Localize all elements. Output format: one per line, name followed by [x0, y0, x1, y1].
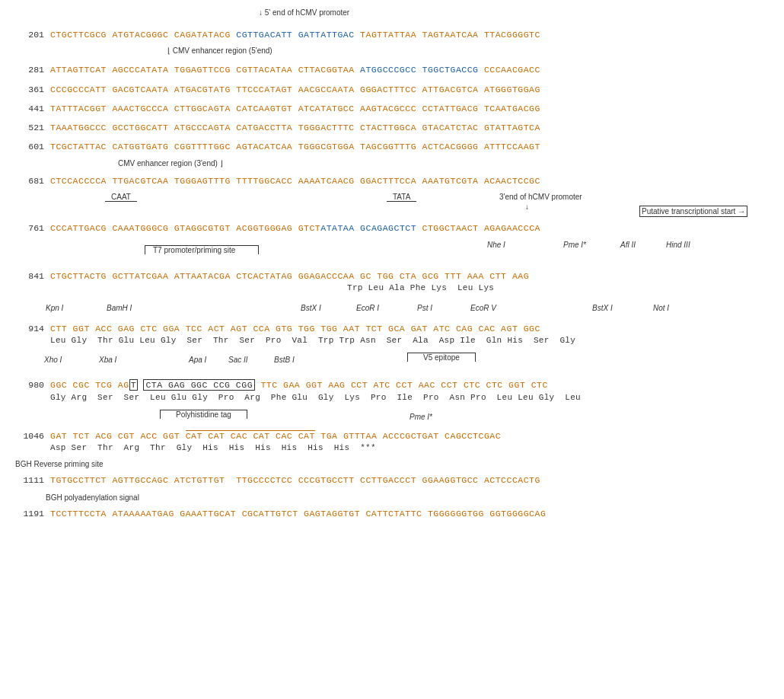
seq-row-980: 980 GGC CGC TCG AGT CTA GAG GGC CCG CGG …	[15, 378, 769, 391]
anno-pmei-1046: Pme I*	[410, 413, 432, 421]
anno-aflii: Afl II	[620, 241, 636, 249]
line-num-681: 681	[15, 174, 44, 187]
anno-ecori: EcoR I	[356, 304, 379, 312]
seq-block-601: 601 TCGCTATTAC CATGGTGATG CGGTTTTGGC AGT…	[15, 140, 769, 153]
line-num-1111: 1111	[15, 474, 44, 487]
anno-caat: CAAT	[105, 192, 137, 202]
seq-row-601: 601 TCGCTATTAC CATGGTGATG CGGTTTTGGC AGT…	[15, 140, 769, 153]
seq-row-914: 914 CTT GGT ACC GAG CTC GGA TCC ACT AGT …	[15, 322, 769, 335]
seq-841: CTGCTTACTG GCTTATCGAA ATTAATACGA CTCACTA…	[50, 270, 529, 282]
trans-1046: Asp Ser Thr Arg Thr Gly His His His His …	[15, 442, 769, 454]
anno-3end-hcmv: 3'end of hCMV promoter	[499, 192, 582, 202]
anno-sacii: Sac II	[228, 356, 248, 364]
trans-1046-text: Asp Ser Thr Arg Thr Gly His His His His …	[50, 442, 376, 454]
anno-noti: Not I	[653, 304, 669, 312]
anno-681: CMV enhancer region (3'end) ⌋	[15, 158, 769, 174]
line-num-1046: 1046	[15, 429, 44, 442]
sequence-viewer: ↓ 5' end of hCMV promoter 201 CTGCTTCGCG…	[15, 8, 769, 520]
anno-980-container: Xho I Xba I Apa I Sac II BstB I V5 epito…	[15, 351, 769, 378]
seq-row-761: 761 CCCATTGACG CAAATGGGCG GTAGGCGTGT ACG…	[15, 222, 769, 235]
anno-cmv3-label: CMV enhancer region (3'end) ⌋	[118, 158, 223, 168]
seq-761: CCCATTGACG CAAATGGGCG GTAGGCGTGT ACGGTGG…	[50, 222, 540, 235]
seq-361: CCCGCCCATT GACGTCAATA ATGACGTATG TTCCCAT…	[50, 83, 540, 96]
trans-980-text: Gly Arg Ser Ser Leu Glu Gly Pro Arg Phe …	[50, 392, 581, 404]
anno-1191: BGH polyadenylation signal	[15, 493, 769, 506]
seq-914: CTT GGT ACC GAG CTC GGA TCC ACT AGT CCA …	[50, 322, 540, 335]
anno-psti: Pst I	[417, 304, 432, 312]
anno-201: ↓ 5' end of hCMV promoter	[15, 8, 769, 27]
anno-281: ⌊ CMV enhancer region (5'end)	[15, 46, 769, 62]
anno-1046-container: Polyhistidine tag Pme I*	[15, 408, 769, 429]
trans-980: Gly Arg Ser Ser Leu Glu Gly Pro Arg Phe …	[15, 392, 769, 404]
anno-t7: T7 promoter/priming site	[145, 245, 259, 254]
seq-block-1111: BGH Reverse priming site 1111 TGTGCCTTCT…	[15, 459, 769, 487]
trans-841-text: Trp Leu Ala Phe Lys Leu Lys	[347, 282, 494, 294]
seq-block-441: 441 TATTTACGGT AAACTGCCCA CTTGGCAGTA CAT…	[15, 102, 769, 115]
anno-bstxi2-914: BstX I	[592, 304, 613, 312]
line-num-281: 281	[15, 63, 44, 76]
seq-601: TCGCTATTAC CATGGTGATG CGGTTTTGGC AGTACAT…	[50, 140, 540, 153]
line-num-521: 521	[15, 121, 44, 134]
line-num-601: 601	[15, 140, 44, 153]
line-num-841: 841	[15, 270, 44, 282]
seq-row-681: 681 CTCCACCCCA TTGACGTCAA TGGGAGTTTG TTT…	[15, 174, 769, 187]
anno-914-container: Kpn I BamH I BstX I EcoR I Pst I EcoR V …	[15, 299, 769, 322]
seq-row-841: 841 CTGCTTACTG GCTTATCGAA ATTAATACGA CTC…	[15, 270, 769, 282]
seq-1191: TCCTTTCCTA ATAAAAATGAG GAAATTGCAT CGCATT…	[50, 507, 546, 520]
seq-521: TAAATGGCCC GCCTGGCATT ATGCCCAGTA CATGACC…	[50, 121, 540, 134]
seq-row-281: 281 ATTAGTTCAT AGCCCATATA TGGAGTTCCG CGT…	[15, 63, 769, 76]
anno-bamhi: BamH I	[107, 304, 132, 312]
line-num-201: 201	[15, 28, 44, 41]
anno-hindiii: Hind III	[666, 241, 690, 249]
seq-row-441: 441 TATTTACGGT AAACTGCCCA CTTGGCAGTA CAT…	[15, 102, 769, 115]
seq-block-521: 521 TAAATGGCCC GCCTGGCATT ATGCCCAGTA CAT…	[15, 121, 769, 134]
anno-tata: TATA	[387, 192, 416, 202]
anno-bstbi: BstB I	[274, 356, 295, 364]
anno-5end-label: ↓ 5' end of hCMV promoter	[259, 8, 349, 18]
trans-841: Trp Leu Ala Phe Lys Leu Lys	[15, 282, 769, 294]
seq-block-361: 361 CCCGCCCATT GACGTCAATA ATGACGTATG TTC…	[15, 83, 769, 96]
anno-1111: BGH Reverse priming site	[15, 459, 769, 473]
seq-block-761: CAAT TATA 3'end of hCMV promoter ↓ Putat…	[15, 192, 769, 235]
anno-cmv5-label: ⌊ CMV enhancer region (5'end)	[167, 46, 272, 56]
seq-row-1111: 1111 TGTGCCTTCT AGTTGCCAGC ATCTGTTGT TTG…	[15, 474, 769, 487]
seq-block-681: CMV enhancer region (3'end) ⌋ 681 CTCCAC…	[15, 158, 769, 187]
trans-914-text: Leu Gly Thr Glu Leu Gly Ser Thr Ser Pro …	[50, 335, 575, 346]
seq-block-281: ⌊ CMV enhancer region (5'end) 281 ATTAGT…	[15, 46, 769, 76]
seq-row-361: 361 CCCGCCCATT GACGTCAATA ATGACGTATG TTC…	[15, 83, 769, 96]
line-num-441: 441	[15, 102, 44, 115]
anno-3end-arrow: ↓	[525, 202, 529, 212]
anno-xbai: Xba I	[99, 356, 116, 364]
anno-xhoi: Xho I	[44, 356, 62, 364]
anno-v5: V5 epitope	[407, 353, 476, 362]
line-num-980: 980	[15, 378, 44, 391]
seq-row-1046: 1046 GAT TCT ACG CGT ACC GGT CAT CAT CAC…	[15, 429, 769, 442]
seq-row-201: 201 CTGCTTCGCG ATGTACGGGC CAGATATACG CGT…	[15, 28, 769, 41]
anno-bgh-poly: BGH polyadenylation signal	[46, 493, 139, 503]
seq-1046: GAT TCT ACG CGT ACC GGT CAT CAT CAC CAT …	[50, 429, 501, 442]
seq-block-1191: BGH polyadenylation signal 1191 TCCTTTCC…	[15, 493, 769, 520]
seq-441: TATTTACGGT AAACTGCCCA CTTGGCAGTA CATCAAG…	[50, 102, 540, 115]
seq-1111: TGTGCCTTCT AGTTGCCAGC ATCTGTTGT TTGCCCCT…	[50, 474, 540, 487]
seq-block-914: Kpn I BamH I BstX I EcoR I Pst I EcoR V …	[15, 299, 769, 347]
anno-bgh-rev: BGH Reverse priming site	[15, 459, 104, 469]
anno-bstxi-914: BstX I	[301, 304, 321, 312]
seq-201: CTGCTTCGCG ATGTACGGGC CAGATATACG CGTTGAC…	[50, 28, 540, 41]
seq-block-201: ↓ 5' end of hCMV promoter 201 CTGCTTCGCG…	[15, 8, 769, 41]
seq-block-1046: Polyhistidine tag Pme I* 1046 GAT TCT AC…	[15, 408, 769, 455]
anno-ecorv: EcoR V	[470, 304, 496, 312]
anno-putative-label: Putative transcriptional start →	[639, 206, 747, 217]
anno-kpni: Kpn I	[46, 304, 63, 312]
anno-841-container: T7 promoter/priming site Nhe I Pme I* Af…	[15, 239, 769, 270]
anno-his-tag: Polyhistidine tag	[160, 410, 247, 419]
line-num-361: 361	[15, 83, 44, 96]
seq-681: CTCCACCCCA TTGACGTCAA TGGGAGTTTG TTTTGGC…	[50, 174, 540, 187]
line-num-761: 761	[15, 222, 44, 235]
line-num-914: 914	[15, 322, 44, 335]
line-num-1191: 1191	[15, 507, 44, 520]
seq-block-841: T7 promoter/priming site Nhe I Pme I* Af…	[15, 239, 769, 295]
seq-row-521: 521 TAAATGGCCC GCCTGGCATT ATGCCCAGTA CAT…	[15, 121, 769, 134]
trans-914: Leu Gly Thr Glu Leu Gly Ser Thr Ser Pro …	[15, 335, 769, 346]
seq-block-980: Xho I Xba I Apa I Sac II BstB I V5 epito…	[15, 351, 769, 404]
seq-980: GGC CGC TCG AGT CTA GAG GGC CCG CGG TTC …	[50, 378, 548, 391]
